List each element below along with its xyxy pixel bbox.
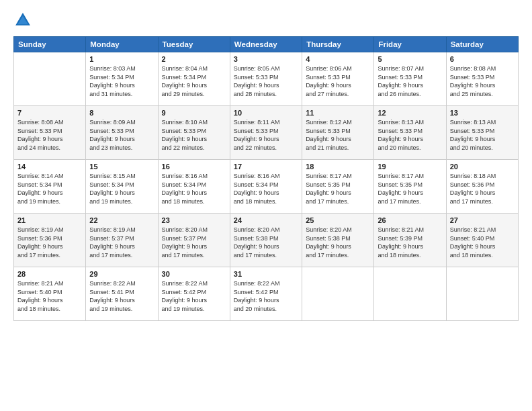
logo xyxy=(13,11,35,30)
day-number: 26 xyxy=(378,216,442,224)
day-cell: 7Sunrise: 8:08 AM Sunset: 5:33 PM Daylig… xyxy=(14,106,86,160)
day-number: 10 xyxy=(234,109,298,117)
col-header-saturday: Saturday xyxy=(446,37,518,52)
calendar: SundayMondayTuesdayWednesdayThursdayFrid… xyxy=(13,36,519,321)
day-info: Sunrise: 8:16 AM Sunset: 5:34 PM Dayligh… xyxy=(162,172,226,205)
day-cell xyxy=(14,52,86,106)
day-info: Sunrise: 8:19 AM Sunset: 5:37 PM Dayligh… xyxy=(89,226,154,259)
day-info: Sunrise: 8:03 AM Sunset: 5:34 PM Dayligh… xyxy=(89,64,154,98)
day-cell: 22Sunrise: 8:19 AM Sunset: 5:37 PM Dayli… xyxy=(86,214,158,267)
day-info: Sunrise: 8:08 AM Sunset: 5:33 PM Dayligh… xyxy=(450,64,515,98)
day-number: 3 xyxy=(234,55,298,63)
day-number: 29 xyxy=(89,270,154,278)
day-cell: 23Sunrise: 8:20 AM Sunset: 5:37 PM Dayli… xyxy=(158,214,230,267)
day-cell: 15Sunrise: 8:15 AM Sunset: 5:34 PM Dayli… xyxy=(86,160,158,214)
day-number: 21 xyxy=(17,216,82,224)
day-info: Sunrise: 8:07 AM Sunset: 5:33 PM Dayligh… xyxy=(378,64,442,98)
day-cell: 30Sunrise: 8:22 AM Sunset: 5:42 PM Dayli… xyxy=(158,267,230,321)
day-info: Sunrise: 8:20 AM Sunset: 5:37 PM Dayligh… xyxy=(162,226,226,259)
day-info: Sunrise: 8:04 AM Sunset: 5:34 PM Dayligh… xyxy=(162,64,226,98)
day-info: Sunrise: 8:22 AM Sunset: 5:41 PM Dayligh… xyxy=(89,279,154,313)
day-info: Sunrise: 8:21 AM Sunset: 5:40 PM Dayligh… xyxy=(450,226,515,259)
day-number: 2 xyxy=(162,55,226,63)
header-row: SundayMondayTuesdayWednesdayThursdayFrid… xyxy=(14,37,519,52)
day-cell: 4Sunrise: 8:06 AM Sunset: 5:33 PM Daylig… xyxy=(302,52,374,106)
day-info: Sunrise: 8:19 AM Sunset: 5:36 PM Dayligh… xyxy=(17,226,82,259)
week-row-4: 21Sunrise: 8:19 AM Sunset: 5:36 PM Dayli… xyxy=(14,214,519,267)
day-cell: 5Sunrise: 8:07 AM Sunset: 5:33 PM Daylig… xyxy=(374,52,446,106)
day-number: 11 xyxy=(306,109,370,117)
day-number: 24 xyxy=(234,216,298,224)
day-cell: 26Sunrise: 8:21 AM Sunset: 5:39 PM Dayli… xyxy=(374,214,446,267)
day-number: 22 xyxy=(89,216,154,224)
day-info: Sunrise: 8:18 AM Sunset: 5:36 PM Dayligh… xyxy=(450,172,515,205)
day-info: Sunrise: 8:21 AM Sunset: 5:39 PM Dayligh… xyxy=(378,226,442,259)
logo-icon xyxy=(13,11,32,30)
col-header-sunday: Sunday xyxy=(14,37,86,52)
day-number: 14 xyxy=(17,163,82,171)
day-cell: 21Sunrise: 8:19 AM Sunset: 5:36 PM Dayli… xyxy=(14,214,86,267)
col-header-friday: Friday xyxy=(374,37,446,52)
week-row-5: 28Sunrise: 8:21 AM Sunset: 5:40 PM Dayli… xyxy=(14,267,519,321)
day-number: 5 xyxy=(378,55,442,63)
day-info: Sunrise: 8:13 AM Sunset: 5:33 PM Dayligh… xyxy=(450,118,515,152)
day-cell: 16Sunrise: 8:16 AM Sunset: 5:34 PM Dayli… xyxy=(158,160,230,214)
day-cell: 6Sunrise: 8:08 AM Sunset: 5:33 PM Daylig… xyxy=(446,52,518,106)
col-header-monday: Monday xyxy=(86,37,158,52)
day-info: Sunrise: 8:12 AM Sunset: 5:33 PM Dayligh… xyxy=(306,118,370,152)
day-info: Sunrise: 8:17 AM Sunset: 5:35 PM Dayligh… xyxy=(378,172,442,205)
day-number: 18 xyxy=(306,163,370,171)
day-cell: 24Sunrise: 8:20 AM Sunset: 5:38 PM Dayli… xyxy=(230,214,302,267)
day-number: 31 xyxy=(234,270,298,278)
week-row-3: 14Sunrise: 8:14 AM Sunset: 5:34 PM Dayli… xyxy=(14,160,519,214)
day-number: 16 xyxy=(162,163,226,171)
day-cell: 10Sunrise: 8:11 AM Sunset: 5:33 PM Dayli… xyxy=(230,106,302,160)
day-number: 28 xyxy=(17,270,82,278)
day-number: 6 xyxy=(450,55,515,63)
day-info: Sunrise: 8:16 AM Sunset: 5:34 PM Dayligh… xyxy=(234,172,298,205)
day-info: Sunrise: 8:15 AM Sunset: 5:34 PM Dayligh… xyxy=(89,172,154,205)
day-number: 8 xyxy=(89,109,154,117)
day-info: Sunrise: 8:20 AM Sunset: 5:38 PM Dayligh… xyxy=(306,226,370,259)
page: SundayMondayTuesdayWednesdayThursdayFrid… xyxy=(0,0,532,411)
col-header-tuesday: Tuesday xyxy=(158,37,230,52)
day-cell: 9Sunrise: 8:10 AM Sunset: 5:33 PM Daylig… xyxy=(158,106,230,160)
header xyxy=(13,11,519,30)
day-cell xyxy=(374,267,446,321)
day-info: Sunrise: 8:14 AM Sunset: 5:34 PM Dayligh… xyxy=(17,172,82,205)
day-cell: 31Sunrise: 8:22 AM Sunset: 5:42 PM Dayli… xyxy=(230,267,302,321)
day-cell: 11Sunrise: 8:12 AM Sunset: 5:33 PM Dayli… xyxy=(302,106,374,160)
day-number: 17 xyxy=(234,163,298,171)
day-cell: 17Sunrise: 8:16 AM Sunset: 5:34 PM Dayli… xyxy=(230,160,302,214)
day-number: 7 xyxy=(17,109,82,117)
day-number: 13 xyxy=(450,109,515,117)
day-cell: 25Sunrise: 8:20 AM Sunset: 5:38 PM Dayli… xyxy=(302,214,374,267)
day-cell: 1Sunrise: 8:03 AM Sunset: 5:34 PM Daylig… xyxy=(86,52,158,106)
day-info: Sunrise: 8:11 AM Sunset: 5:33 PM Dayligh… xyxy=(234,118,298,152)
day-info: Sunrise: 8:08 AM Sunset: 5:33 PM Dayligh… xyxy=(17,118,82,152)
day-cell: 3Sunrise: 8:05 AM Sunset: 5:33 PM Daylig… xyxy=(230,52,302,106)
day-cell: 19Sunrise: 8:17 AM Sunset: 5:35 PM Dayli… xyxy=(374,160,446,214)
day-cell: 12Sunrise: 8:13 AM Sunset: 5:33 PM Dayli… xyxy=(374,106,446,160)
day-info: Sunrise: 8:21 AM Sunset: 5:40 PM Dayligh… xyxy=(17,279,82,313)
day-cell: 27Sunrise: 8:21 AM Sunset: 5:40 PM Dayli… xyxy=(446,214,518,267)
day-number: 12 xyxy=(378,109,442,117)
day-cell xyxy=(446,267,518,321)
day-number: 23 xyxy=(162,216,226,224)
day-number: 27 xyxy=(450,216,515,224)
week-row-1: 1Sunrise: 8:03 AM Sunset: 5:34 PM Daylig… xyxy=(14,52,519,106)
week-row-2: 7Sunrise: 8:08 AM Sunset: 5:33 PM Daylig… xyxy=(14,106,519,160)
col-header-wednesday: Wednesday xyxy=(230,37,302,52)
day-number: 4 xyxy=(306,55,370,63)
day-cell xyxy=(302,267,374,321)
day-info: Sunrise: 8:22 AM Sunset: 5:42 PM Dayligh… xyxy=(234,279,298,313)
day-info: Sunrise: 8:22 AM Sunset: 5:42 PM Dayligh… xyxy=(162,279,226,313)
day-cell: 28Sunrise: 8:21 AM Sunset: 5:40 PM Dayli… xyxy=(14,267,86,321)
day-number: 30 xyxy=(162,270,226,278)
day-cell: 18Sunrise: 8:17 AM Sunset: 5:35 PM Dayli… xyxy=(302,160,374,214)
day-cell: 2Sunrise: 8:04 AM Sunset: 5:34 PM Daylig… xyxy=(158,52,230,106)
day-number: 15 xyxy=(89,163,154,171)
day-info: Sunrise: 8:17 AM Sunset: 5:35 PM Dayligh… xyxy=(306,172,370,205)
day-cell: 13Sunrise: 8:13 AM Sunset: 5:33 PM Dayli… xyxy=(446,106,518,160)
day-info: Sunrise: 8:05 AM Sunset: 5:33 PM Dayligh… xyxy=(234,64,298,98)
